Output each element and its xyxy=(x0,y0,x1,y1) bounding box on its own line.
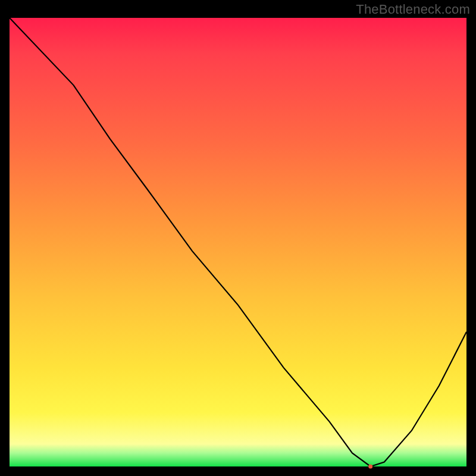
bottleneck-curve xyxy=(10,18,466,466)
min-marker-dot xyxy=(368,465,372,469)
curve-path xyxy=(10,18,466,466)
chart-frame: TheBottleneck.com xyxy=(0,0,476,476)
plot-area xyxy=(10,18,466,466)
watermark-text: TheBottleneck.com xyxy=(356,2,470,17)
